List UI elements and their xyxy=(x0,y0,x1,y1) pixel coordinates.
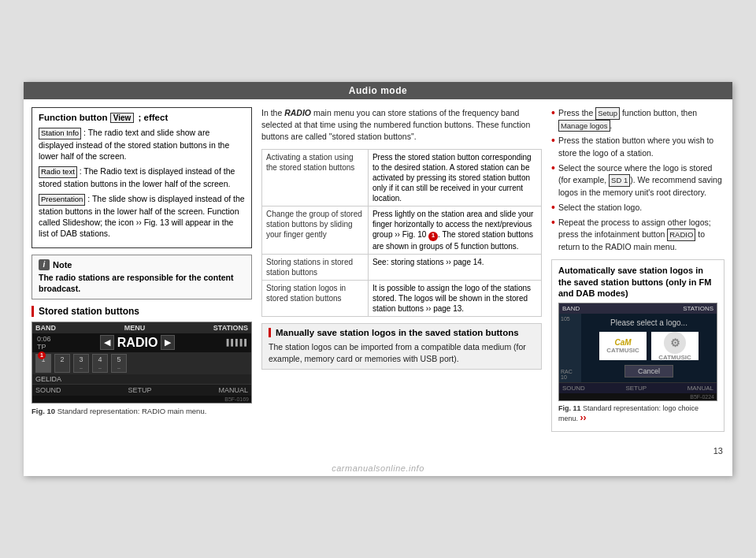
table-cell-left-1: Activating a station using the stored st… xyxy=(262,150,369,206)
table-row: Change the group of stored station butto… xyxy=(262,206,542,254)
radio-next-btn[interactable]: ▶ xyxy=(161,335,175,350)
logo-prompt-text: Please select a logo... xyxy=(586,318,712,327)
logo-top-bar: BAND STATIONS xyxy=(559,303,717,314)
table-cell-right-2: Press lightly on the station area and sl… xyxy=(368,206,541,254)
bullet-item-2: • Press the station button where you wis… xyxy=(551,135,724,158)
view-tag: View xyxy=(110,113,135,123)
preset-btn-5[interactable]: 5– xyxy=(111,354,127,373)
sd1-tag: SD 1 xyxy=(609,174,630,187)
setup-tag-1: Setup xyxy=(595,107,620,120)
logo-manual-label: MANUAL xyxy=(687,385,713,392)
logo-rac: RAC 10 xyxy=(561,369,580,380)
function-entry-presentation: Presentation : The slide show is display… xyxy=(39,193,245,239)
radio-setup-label: SETUP xyxy=(128,386,151,394)
logo-freq: 105 xyxy=(561,316,580,322)
bullet-dot-4: • xyxy=(551,202,555,213)
function-box-title: Function button View ; effect xyxy=(39,113,245,123)
manual-save-heading: Manually save station logos in the saved… xyxy=(269,328,535,337)
note-text: The radio stations are responsible for t… xyxy=(39,273,245,294)
radio-time: 0:06 xyxy=(37,335,51,343)
catmusic-text-2: CATMUSIC xyxy=(658,354,691,361)
logo-options: CaM CATMUSIC CATMUSIC xyxy=(586,332,712,360)
page-number: 13 xyxy=(24,446,732,460)
auto-save-title: Automatically save station logos in the … xyxy=(558,265,717,299)
radio-mockup: BAND MENU STATIONS 0:06 TP ◀ RADIO ▶ ▐▐▐… xyxy=(32,322,252,404)
table-cell-right-1: Press the stored station button correspo… xyxy=(368,150,541,206)
station-name-label: GELIDA xyxy=(35,375,61,383)
radio-tp: TP xyxy=(37,343,51,351)
logo-option-2[interactable]: CATMUSIC xyxy=(651,332,699,360)
logo-stations-label: STATIONS xyxy=(683,305,713,312)
circle-logo xyxy=(664,332,686,354)
radio-text-tag: Radio text xyxy=(39,166,77,178)
logo-band-label: BAND xyxy=(562,305,580,312)
note-title: i Note xyxy=(39,259,245,270)
circle-number-1: 1 xyxy=(428,232,438,241)
logo-inner-1: CaM CATMUSIC xyxy=(606,338,639,354)
table-row: Storing station logos in stored station … xyxy=(262,280,542,316)
function-label: Function button xyxy=(39,113,110,122)
manual-save-heading-text: Manually save station logos in the saved… xyxy=(276,328,519,337)
middle-column: In the RADIO main menu you can store sta… xyxy=(261,107,542,438)
logo-middle: 105 RAC 10 Please select a logo... CaM C… xyxy=(559,314,717,382)
manual-save-box: Manually save station logos in the saved… xyxy=(261,323,542,370)
radio-middle-section: 0:06 TP ◀ RADIO ▶ ▐▐▐▐▐ xyxy=(32,333,251,352)
fig10-label: Fig. 10 xyxy=(32,407,55,415)
radio-main-label: RADIO xyxy=(117,336,158,350)
preset-btn-1[interactable]: 1 1 xyxy=(35,354,51,373)
logo-sound-label: SOUND xyxy=(562,385,585,392)
bullet-item-5: • Repeat the process to assign other log… xyxy=(551,217,724,253)
table-row: Activating a station using the stored st… xyxy=(262,150,542,206)
stored-station-heading: Stored station buttons xyxy=(32,306,252,317)
radio-bottom-bar: SOUND SETUP MANUAL xyxy=(32,384,251,396)
cancel-button[interactable]: Cancel xyxy=(624,365,673,378)
bullet-section: • Press the Setup function button, then … xyxy=(551,107,724,254)
radio-prev-btn[interactable]: ◀ xyxy=(100,335,114,350)
radio-menu-label: MENU xyxy=(124,324,146,332)
watermark: carmanualsonline.info xyxy=(24,460,732,476)
radio-image-code: B5F-0169 xyxy=(32,396,251,403)
function-button-box: Function button View ; effect Station In… xyxy=(32,107,252,248)
function-entry-station-info: Station Info : The radio text and slide … xyxy=(39,127,245,162)
fig11-caption: Fig. 11 Standard representation: logo ch… xyxy=(558,404,717,423)
fig10-caption: Fig. 10 Standard representation: RADIO m… xyxy=(32,407,252,415)
bullet-text-5: Repeat the process to assign other logos… xyxy=(558,217,724,253)
radio-label-row: GELIDA xyxy=(32,374,251,384)
note-label: Note xyxy=(53,260,72,270)
preset-btn-3[interactable]: 3– xyxy=(73,354,89,373)
table-cell-left-4: Storing station logos in stored station … xyxy=(262,280,369,316)
bullet-item-1: • Press the Setup function button, then … xyxy=(551,107,724,132)
table-cell-right-3: See: storing stations ›› page 14. xyxy=(368,254,541,280)
catmusic-text-1: CATMUSIC xyxy=(606,347,639,354)
radio-presets-row: 1 1 2 3– 4– 5– xyxy=(32,352,251,374)
preset-btn-2[interactable]: 2 xyxy=(54,354,70,373)
logo-image-code: B5F-0224 xyxy=(559,393,717,400)
radio-italic: RADIO xyxy=(284,108,311,117)
logo-select-mockup: BAND STATIONS 105 RAC 10 Please select a… xyxy=(558,303,717,401)
function-title-suffix: ; effect xyxy=(139,113,169,122)
radio-time-display: 0:06 TP xyxy=(37,335,51,351)
page-header: Audio mode xyxy=(24,82,732,99)
radio-sound-label: SOUND xyxy=(35,386,61,394)
logo-option-1[interactable]: CaM CATMUSIC xyxy=(599,332,647,360)
arrow-right-icon: ›› xyxy=(580,412,587,423)
right-column: • Press the Setup function button, then … xyxy=(551,107,724,438)
intro-text: In the RADIO main menu you can store sta… xyxy=(261,107,542,143)
logo-inner-2: CATMUSIC xyxy=(658,332,691,361)
logo-main-area: Please select a logo... CaM CATMUSIC xyxy=(581,314,717,382)
left-column: Function button View ; effect Station In… xyxy=(32,107,252,438)
bullet-text-1: Press the Setup function button, then Ma… xyxy=(558,107,724,132)
preset-btn-4[interactable]: 4– xyxy=(92,354,108,373)
radio-manual-label: MANUAL xyxy=(218,386,248,394)
radio-band-label: BAND xyxy=(35,324,56,332)
bullet-text-3: Select the source where the logo is stor… xyxy=(558,162,724,199)
logo-setup-label: SETUP xyxy=(625,385,647,392)
note-box: i Note The radio stations are responsibl… xyxy=(32,255,252,299)
bullet-dot-1: • xyxy=(551,107,555,118)
radio-signal: ▐▐▐▐▐ xyxy=(224,339,246,346)
table-cell-left-3: Storing stations in stored station butto… xyxy=(262,254,369,280)
cat-text-1: CaM xyxy=(614,338,631,347)
preset-circle-1: 1 xyxy=(38,352,46,359)
info-icon: i xyxy=(39,259,50,270)
logo-bottom-bar: SOUND SETUP MANUAL xyxy=(559,382,717,393)
